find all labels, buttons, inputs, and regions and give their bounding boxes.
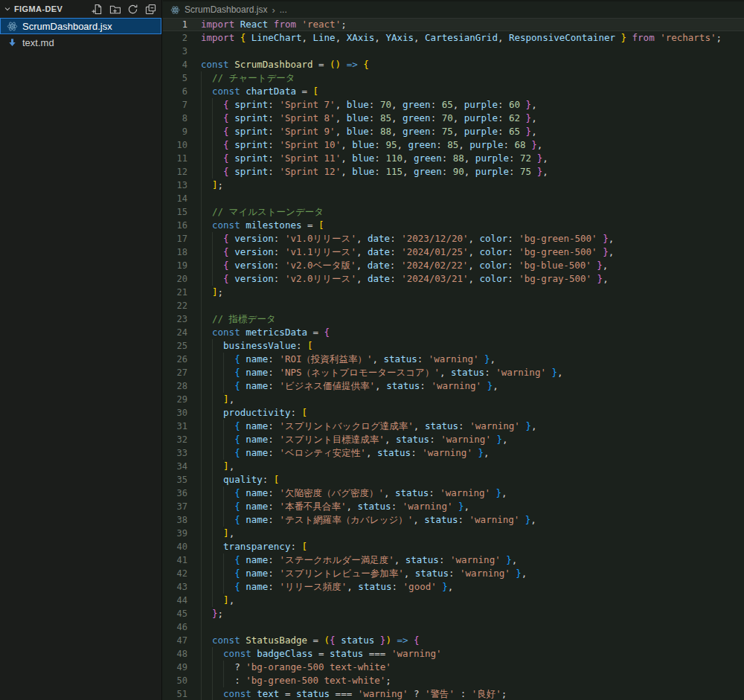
indent-guide: [201, 339, 212, 353]
code-line[interactable]: 42{ name: 'スプリントレビュー参加率', status: 'warni…: [163, 567, 744, 580]
code-line[interactable]: 40transparency: [: [163, 540, 744, 553]
code-line[interactable]: 12{ sprint: 'Sprint 12', blue: 115, gree…: [163, 165, 744, 179]
line-number: 44: [163, 594, 187, 607]
code-line[interactable]: 31{ name: 'スプリントバックログ達成率', status: 'warn…: [163, 420, 744, 433]
line-content: { sprint: 'Sprint 11', blue: 110, green:…: [187, 152, 548, 165]
line-number: 34: [163, 460, 187, 473]
indent-guide: [212, 112, 223, 125]
indent-guide: [212, 393, 223, 406]
line-number: 20: [163, 272, 187, 286]
indent-guide: [212, 513, 223, 527]
code-line[interactable]: 8{ sprint: 'Sprint 8', blue: 85, green: …: [163, 112, 744, 125]
code-line[interactable]: 43{ name: 'リリース頻度', status: 'good' },: [163, 580, 744, 594]
code-line[interactable]: 15// マイルストーンデータ: [163, 205, 744, 219]
code-line[interactable]: 49? 'bg-orange-500 text-white': [163, 661, 744, 674]
line-number: 26: [163, 353, 187, 366]
code-line[interactable]: 27{ name: 'NPS（ネットプロモータースコア）', status: '…: [163, 366, 744, 379]
line-content: : 'bg-green-500 text-white';: [187, 674, 391, 687]
code-line[interactable]: 47const StatusBadge = ({ status }) => {: [163, 634, 744, 647]
code-line[interactable]: 18{ version: 'v1.1リリース', date: '2024/01/…: [163, 245, 744, 259]
code-line[interactable]: 22: [163, 299, 744, 312]
code-line[interactable]: 33{ name: 'ベロシティ安定性', status: 'warning' …: [163, 446, 744, 460]
line-content: { version: 'v2.0ベータ版', date: '2024/02/22…: [187, 259, 608, 272]
code-line[interactable]: 16const milestones = [: [163, 219, 744, 232]
indent-guide: [212, 500, 223, 513]
code-line[interactable]: 25businessValue: [: [163, 339, 744, 353]
code-line[interactable]: 11{ sprint: 'Sprint 11', blue: 110, gree…: [163, 152, 744, 165]
code-line[interactable]: 46: [163, 620, 744, 634]
indent-guide: [212, 272, 223, 286]
line-content: { name: '本番不具合率', status: 'warning' },: [187, 500, 469, 513]
indent-guide: [212, 446, 223, 460]
line-number: 31: [163, 420, 187, 433]
indent-guide: [212, 125, 223, 138]
code-line[interactable]: 17{ version: 'v1.0リリース', date: '2023/12/…: [163, 232, 744, 245]
indent-guide: [201, 393, 212, 406]
indent-guide: [201, 245, 212, 259]
code-line[interactable]: 10{ sprint: 'Sprint 10', blue: 95, green…: [163, 138, 744, 152]
react-icon: [7, 21, 18, 32]
indent-guide: [223, 553, 234, 567]
code-line[interactable]: 38{ name: 'テスト網羅率（カバレッジ）', status: 'warn…: [163, 513, 744, 527]
breadcrumb[interactable]: ScrumDashboard.jsx › ...: [163, 0, 744, 18]
line-content: const milestones = [: [187, 219, 324, 232]
code-line[interactable]: 44],: [163, 594, 744, 607]
explorer-section-header[interactable]: FIGMA-DEV: [0, 0, 161, 18]
code-line[interactable]: 9{ sprint: 'Sprint 9', blue: 88, green: …: [163, 125, 744, 138]
indent-guide: [201, 634, 212, 647]
indent-guide: [223, 567, 234, 580]
collapse-all-icon[interactable]: [144, 3, 157, 16]
new-folder-icon[interactable]: [109, 3, 121, 16]
line-content: ],: [187, 393, 234, 406]
code-line[interactable]: 51const text = status === 'warning' ? '警…: [163, 687, 744, 700]
code-line[interactable]: 23// 指標データ: [163, 312, 744, 326]
react-icon: [170, 5, 180, 15]
line-number: 42: [163, 567, 187, 580]
code-line[interactable]: 3: [163, 45, 744, 58]
new-file-icon[interactable]: [91, 3, 103, 16]
code-line[interactable]: 1import React from 'react';: [163, 18, 744, 31]
line-number: 21: [163, 286, 187, 299]
code-editor[interactable]: 1import React from 'react';2import { Lin…: [163, 18, 744, 700]
code-line[interactable]: 37{ name: '本番不具合率', status: 'warning' },: [163, 500, 744, 513]
code-line[interactable]: 32{ name: 'スプリント目標達成率', status: 'warning…: [163, 433, 744, 446]
indent-guide: [201, 540, 212, 553]
line-number: 37: [163, 500, 187, 513]
line-number: 8: [163, 112, 187, 125]
code-line[interactable]: 24const metricsData = {: [163, 326, 744, 339]
code-line[interactable]: 4const ScrumDashboard = () => {: [163, 58, 744, 71]
breadcrumb-more[interactable]: ...: [280, 4, 287, 15]
line-number: 17: [163, 232, 187, 245]
code-line[interactable]: 5// チャートデータ: [163, 71, 744, 85]
line-content: { name: 'リリース頻度', status: 'good' },: [187, 580, 453, 594]
code-line[interactable]: 7{ sprint: 'Sprint 7', blue: 70, green: …: [163, 98, 744, 112]
code-line[interactable]: 36{ name: '欠陥密度（バグ密度）', status: 'warning…: [163, 487, 744, 500]
indent-guide: [212, 460, 223, 473]
code-line[interactable]: 35quality: [: [163, 473, 744, 487]
code-line[interactable]: 2import { LineChart, Line, XAxis, YAxis,…: [163, 31, 744, 45]
code-line[interactable]: 48const badgeClass = status === 'warning…: [163, 647, 744, 661]
code-line[interactable]: 19{ version: 'v2.0ベータ版', date: '2024/02/…: [163, 259, 744, 272]
code-line[interactable]: 14: [163, 192, 744, 205]
code-line[interactable]: 20{ version: 'v2.0リリース', date: '2024/03/…: [163, 272, 744, 286]
line-content: { version: 'v1.0リリース', date: '2023/12/20…: [187, 232, 614, 245]
code-line[interactable]: 39],: [163, 527, 744, 540]
refresh-icon[interactable]: [126, 3, 139, 16]
code-line[interactable]: 29],: [163, 393, 744, 406]
code-line[interactable]: 26{ name: 'ROI（投資利益率）', status: 'warning…: [163, 353, 744, 366]
line-number: 25: [163, 339, 187, 353]
line-number: 27: [163, 366, 187, 379]
sidebar-item-text-md[interactable]: text.md: [0, 34, 161, 51]
code-line[interactable]: 6const chartData = [: [163, 85, 744, 98]
breadcrumb-file[interactable]: ScrumDashboard.jsx: [185, 4, 267, 15]
code-line[interactable]: 34],: [163, 460, 744, 473]
code-line[interactable]: 21];: [163, 286, 744, 299]
code-line[interactable]: 45};: [163, 607, 744, 620]
indent-guide: [201, 85, 212, 98]
code-line[interactable]: 28{ name: 'ビジネス価値提供率', status: 'warning'…: [163, 379, 744, 393]
code-line[interactable]: 13];: [163, 179, 744, 192]
code-line[interactable]: 50: 'bg-green-500 text-white';: [163, 674, 744, 687]
code-line[interactable]: 30productivity: [: [163, 406, 744, 420]
code-line[interactable]: 41{ name: 'ステークホルダー満足度', status: 'warnin…: [163, 553, 744, 567]
sidebar-item-scrumdashboard-jsx[interactable]: ScrumDashboard.jsx: [0, 18, 161, 34]
